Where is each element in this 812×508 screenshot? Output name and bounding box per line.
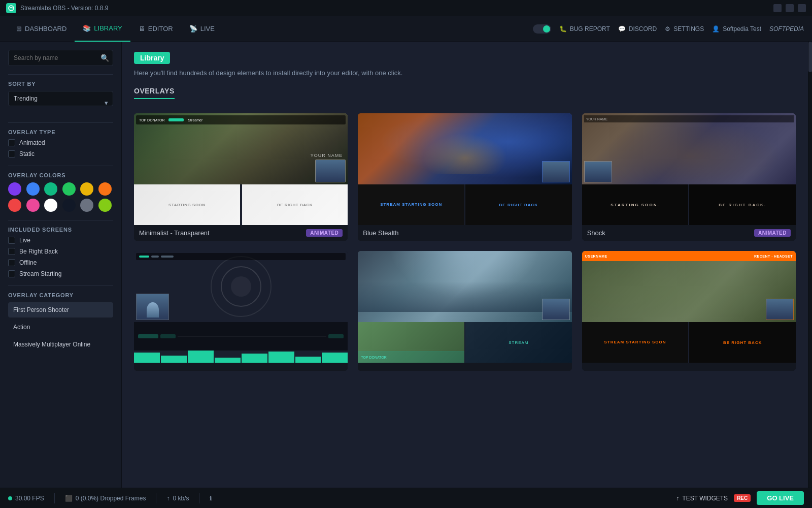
go-live-button[interactable]: GO LIVE [757,491,804,505]
overlay-card-blue-stealth[interactable]: STREAM STARTING SOON BE RIGHT BACK Blue … [358,113,571,241]
bitrate-icon: ↑ [166,495,170,502]
animated-checkbox[interactable] [8,139,15,146]
app-title: Streamlabs OBS - Version: 0.8.9 [20,5,108,12]
nav-dashboard[interactable]: ⊞ DASHBOARD [8,16,75,42]
page-subtitle: Here you'll find hundreds of design elem… [134,69,796,77]
info-item[interactable]: ℹ [210,495,212,502]
screen-stream-starting[interactable]: Stream Starting [8,270,113,277]
fps-indicator: 30.00 FPS [8,495,44,502]
status-sep-2 [156,493,156,503]
included-screens-label: INCLUDED SCREENS [8,227,113,233]
settings-btn[interactable]: ⚙ SETTINGS [665,25,704,33]
top-donor-bar: TOP DONATOR [358,352,464,363]
offline-label: Offline [19,259,37,266]
blue-ss-text: STREAM STARTING SOON [380,202,442,207]
app-logo [6,3,16,13]
overlay-type-static[interactable]: Static [8,150,113,157]
color-swatch-5[interactable] [98,182,112,196]
minimize-button[interactable] [773,4,782,12]
sort-by-label: SORT BY [8,81,113,87]
maximize-button[interactable] [786,4,794,12]
nav-live-label: LIVE [200,25,215,33]
skyrim-panel-text: STREAM [509,340,528,345]
nav-right: 🐛 BUG REPORT 💬 DISCORD ⚙ SETTINGS 👤 Soft… [533,24,804,34]
color-swatch-3[interactable] [62,182,76,196]
scrollbar[interactable] [808,42,812,488]
color-swatch-4[interactable] [80,182,93,196]
category-mmo[interactable]: Massively Multiplayer Online [8,337,113,352]
overlay-card-shock[interactable]: YOUR NAME STARTING SOON. BE RIGHT B [582,113,796,241]
color-swatch-10[interactable] [80,199,93,212]
fps-dot [8,496,12,500]
brb-checkbox[interactable] [8,248,15,255]
sidebar-divider-5 [8,285,113,286]
overlay-type-group: Animated Static [8,139,113,157]
nav-live[interactable]: 📡 LIVE [181,16,223,42]
static-checkbox[interactable] [8,150,15,157]
overlay-colors-label: OVERLAY COLORS [8,172,113,178]
overlay-card-4[interactable] [134,251,348,371]
category-group: First Person Shooter Action Massively Mu… [8,302,113,352]
card-footer-shock: Shock ANIMATED [582,225,796,241]
user-label: Softpedia Test [723,25,761,33]
blue-cam [542,161,570,182]
rec-badge: REC [734,494,751,502]
test-widgets-btn[interactable]: ↑ TEST WIDGETS [676,495,728,502]
stream-starting-checkbox[interactable] [8,270,15,277]
status-sep-3 [199,493,199,503]
bug-report-btn[interactable]: 🐛 BUG REPORT [559,25,610,33]
screen-live[interactable]: Live [8,237,113,244]
card-footer-blue-stealth: Blue Stealth [358,225,571,241]
color-swatch-8[interactable] [44,199,57,212]
live-label: Live [19,237,30,244]
editor-icon: 🖥 [139,25,145,33]
dropped-frames: ⬛ 0 (0.0%) Dropped Frames [65,495,146,502]
search-input[interactable] [8,50,113,66]
overlay-card-5[interactable]: TOP DONATOR STREAM [358,251,571,371]
overlay-card-6[interactable]: USERNAME RECENT · HEADSET STREAM STARTIN… [582,251,796,371]
discord-icon: 💬 [618,25,626,33]
live-checkbox[interactable] [8,237,15,244]
color-swatch-0[interactable] [8,182,21,196]
screens-group: Live Be Right Back Offline Stream Starti… [8,237,113,277]
nav-library[interactable]: 📚 LIBRARY [75,16,130,42]
title-bar: Streamlabs OBS - Version: 0.8.9 [0,0,812,16]
screen-brb[interactable]: Be Right Back [8,248,113,255]
pubg-hud: USERNAME RECENT · HEADSET [582,251,796,261]
user-btn[interactable]: 👤 Softpedia Test [712,25,761,33]
close-button[interactable] [798,4,806,12]
nav-dashboard-label: DASHBOARD [25,25,66,33]
theme-toggle[interactable] [533,24,551,34]
pubg-ss-text: STREAM STARTING SOON [604,339,666,345]
card-footer-minimalist: Minimalist - Transparent ANIMATED [134,225,348,241]
screen-offline[interactable]: Offline [8,259,113,266]
color-swatch-9[interactable] [62,199,76,212]
gta-hud: TOP DONATOR Streamer [136,115,346,124]
color-swatch-2[interactable] [44,182,57,196]
sidebar-divider-1 [8,74,113,75]
stream-starting-label: Stream Starting [19,270,61,277]
pubg-username: USERNAME [585,255,607,258]
shock-ss-text: STARTING SOON. [611,203,659,207]
nav-library-label: LIBRARY [94,24,122,32]
overlay-type-animated[interactable]: Animated [8,139,113,146]
card-footer-5 [358,363,571,371]
static-label: Static [19,150,35,157]
offline-checkbox[interactable] [8,259,15,266]
brb-label: Be Right Back [19,248,58,255]
overlay-card-minimalist[interactable]: TOP DONATOR Streamer YOUR NAME [134,113,348,241]
blue-brb-text: BE RIGHT BACK [499,203,538,207]
color-swatch-6[interactable] [8,199,21,212]
category-action[interactable]: Action [8,320,113,335]
status-bar: 30.00 FPS ⬛ 0 (0.0%) Dropped Frames ↑ 0 … [0,488,812,508]
card-name-blue-stealth: Blue Stealth [363,229,398,237]
color-swatch-11[interactable] [98,199,112,212]
sort-select[interactable]: Trending Newest Most Popular [8,91,113,106]
main-layout: 🔍 SORT BY Trending Newest Most Popular O… [0,42,812,488]
discord-btn[interactable]: 💬 DISCORD [618,25,657,33]
color-swatch-7[interactable] [26,199,40,212]
category-fps[interactable]: First Person Shooter [8,302,113,318]
nav-editor[interactable]: 🖥 EDITOR [130,16,181,42]
search-icon[interactable]: 🔍 [100,54,109,62]
color-swatch-1[interactable] [26,182,40,196]
